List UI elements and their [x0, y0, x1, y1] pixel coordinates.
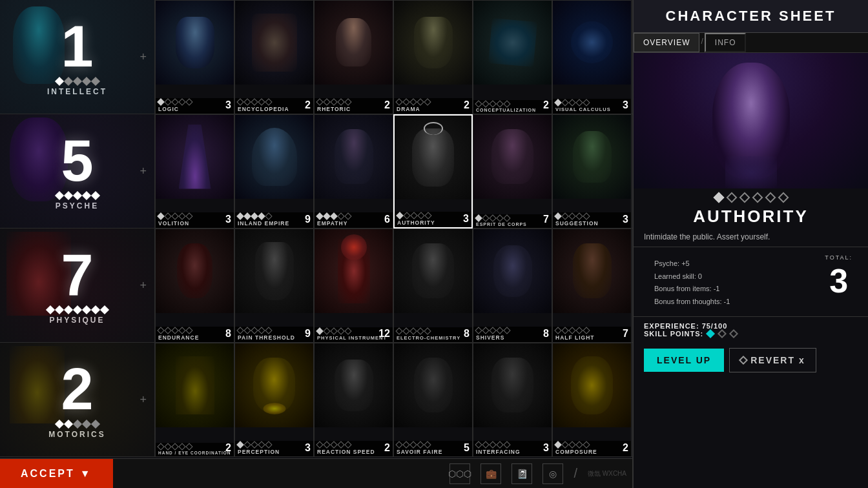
- skill-card-encyclopedia[interactable]: ENCYCLOPEDIA 2: [234, 0, 314, 114]
- intellect-number: 1: [61, 17, 93, 76]
- skill-card-esprit-de-corps[interactable]: ESPRIT DE CORPS 7: [473, 114, 552, 229]
- selected-skill-description: Intimidate the public. Assert yourself.: [634, 228, 868, 247]
- skill-points-row: SKILL POINTS:: [644, 330, 858, 338]
- accept-button[interactable]: ACCEPT ▼: [0, 459, 113, 488]
- revert-button[interactable]: REVERT x: [729, 348, 816, 372]
- skill-card-interfacing[interactable]: INTERFACING 3: [473, 343, 552, 457]
- diamond-icon: [265, 212, 272, 219]
- skill-card-conceptualization[interactable]: CONCEPTUALIZATION 2: [473, 0, 552, 114]
- accept-label: ACCEPT: [21, 468, 75, 480]
- info-tab[interactable]: INFO: [705, 33, 747, 52]
- intellect-plus-button[interactable]: +: [140, 50, 147, 64]
- diamond-icon: [265, 98, 272, 105]
- perception-name: PERCEPTION: [238, 449, 311, 455]
- skill-card-half-light[interactable]: HALF LIGHT 7: [552, 229, 632, 343]
- skill-card-composure[interactable]: COMPOSURE 2: [552, 343, 632, 457]
- revert-diamond-icon: [739, 356, 748, 365]
- skill-card-savoir-faire[interactable]: SAVOIR FAIRE 5: [393, 343, 473, 457]
- esprit-name: ESPRIT DE CORPS: [476, 222, 549, 227]
- tab-separator: /: [699, 33, 704, 52]
- skill-card-reaction-speed[interactable]: REACTION SPEED 2: [314, 343, 393, 457]
- level-up-button[interactable]: LEVEL UP: [644, 349, 724, 372]
- briefcase-icon[interactable]: 💼: [480, 463, 501, 484]
- diamond-icon: [726, 192, 737, 203]
- diamond-icon: [344, 212, 351, 219]
- savoir-faire-value: 5: [464, 442, 470, 454]
- skill-card-empathy[interactable]: EMPATHY 6: [314, 114, 393, 229]
- skill-point-diamond-2: [718, 329, 727, 338]
- total-value: 3: [825, 264, 852, 298]
- person-icon[interactable]: ◎: [542, 463, 563, 484]
- volition-name: VOLITION: [158, 220, 231, 227]
- psyche-row: 5 PSYCHE +: [0, 114, 633, 229]
- skill-card-hand-eye[interactable]: HAND / EYE COORDINATION 2: [155, 343, 234, 457]
- revert-x: x: [799, 355, 805, 365]
- inland-empire-value: 9: [305, 214, 311, 225]
- skill-stats-block: Psyche: +5 Learned skill: 0 Bonus from i…: [644, 252, 858, 314]
- diamond-icon: [765, 192, 776, 203]
- skill-card-volition[interactable]: VOLITION 3: [155, 114, 234, 229]
- inland-empire-name: INLAND EMPIRE: [238, 220, 311, 227]
- diamond-icon: [265, 441, 272, 448]
- motorics-skills: HAND / EYE COORDINATION 2: [155, 343, 633, 457]
- esprit-value: 7: [543, 214, 549, 225]
- book-icon[interactable]: 📓: [512, 463, 532, 484]
- bottom-icons-area: ⬡⬡⬡ 💼 📓 ◎ / 微氙 WXCHA: [450, 463, 626, 484]
- physique-plus-button[interactable]: +: [140, 279, 147, 292]
- diamond-icon: [185, 327, 192, 334]
- motorics-row: 2 MOTORICS +: [0, 343, 633, 457]
- skill-card-suggestion[interactable]: SUGGESTION 3: [552, 114, 632, 229]
- diamond-icon: [503, 327, 510, 334]
- skill-card-physical-instrument[interactable]: PHYSICAL INSTRUMENT 12: [314, 229, 393, 343]
- skill-point-diamond-1: [706, 329, 715, 338]
- skill-card-visual-calculus[interactable]: VISUAL CALCULUS 3: [552, 0, 632, 114]
- rhetoric-value: 2: [384, 99, 390, 111]
- skill-card-logic[interactable]: LOGIC 3: [155, 0, 234, 114]
- shivers-name: SHIVERS: [476, 334, 549, 341]
- skill-card-rhetoric[interactable]: RHETORIC 2: [314, 0, 393, 114]
- skill-card-pain-threshold[interactable]: PAIN THRESHOLD 9: [234, 229, 314, 343]
- savoir-faire-name: SAVOIR FAIRE: [397, 449, 470, 455]
- endurance-value: 8: [225, 328, 231, 340]
- diamond-icon: [185, 212, 192, 219]
- psyche-plus-button[interactable]: +: [140, 165, 147, 178]
- electro-chemistry-name: ELECTRO-CHEMISTRY: [397, 335, 470, 341]
- overview-tab[interactable]: OVERVIEW: [634, 33, 699, 52]
- interfacing-name: INTERFACING: [476, 449, 549, 455]
- separator: /: [574, 466, 577, 481]
- character-sheet-title: CHARACTER SHEET: [634, 0, 868, 33]
- drama-value: 2: [464, 99, 470, 111]
- skill-points-label: SKILL POINTS:: [644, 330, 703, 338]
- diamond-icon: [344, 98, 351, 105]
- diamond-icon: [424, 441, 431, 448]
- composure-name: COMPOSURE: [555, 449, 628, 455]
- diamond-icon: [265, 327, 272, 334]
- intellect-skills: LOGIC 3: [155, 0, 633, 114]
- empathy-name: EMPATHY: [317, 220, 390, 227]
- watermark-text: 微氙 WXCHA: [588, 469, 626, 478]
- inventory-icon[interactable]: ⬡⬡⬡: [450, 463, 470, 484]
- visual-calculus-value: 3: [623, 99, 628, 111]
- revert-label: REVERT: [750, 355, 795, 365]
- composure-value: 2: [623, 442, 628, 454]
- physique-label: 7 PHYSIQUE +: [0, 229, 155, 342]
- skill-card-authority[interactable]: AUTHORITY 3: [393, 114, 473, 229]
- diamond-icon: [583, 99, 590, 106]
- hand-eye-name: HAND / EYE COORDINATION: [158, 451, 231, 455]
- conceptualization-name: CONCEPTUALIZATION: [476, 108, 549, 112]
- diamond-icon: [739, 192, 750, 203]
- physique-skills: ENDURANCE 8: [155, 229, 633, 343]
- skill-card-inland-empire[interactable]: INLAND EMPIRE 9: [234, 114, 314, 229]
- psyche-stat: Psyche: +5: [654, 258, 847, 270]
- skill-card-shivers[interactable]: SHIVERS 8: [473, 229, 552, 343]
- diamond-icon: [424, 98, 431, 105]
- selected-skill-name: AUTHORITY: [634, 204, 868, 228]
- motorics-plus-button[interactable]: +: [140, 393, 147, 407]
- encyclopedia-name: ENCYCLOPEDIA: [238, 106, 311, 112]
- authority-name: AUTHORITY: [397, 219, 469, 226]
- skill-card-drama[interactable]: DRAMA 2: [393, 0, 473, 114]
- diamond-icon: [503, 441, 510, 448]
- skill-card-endurance[interactable]: ENDURANCE 8: [155, 229, 234, 343]
- skill-card-perception[interactable]: PERCEPTION 3: [234, 343, 314, 457]
- skill-card-electro-chemistry[interactable]: ELECTRO-CHEMISTRY 8: [393, 229, 473, 343]
